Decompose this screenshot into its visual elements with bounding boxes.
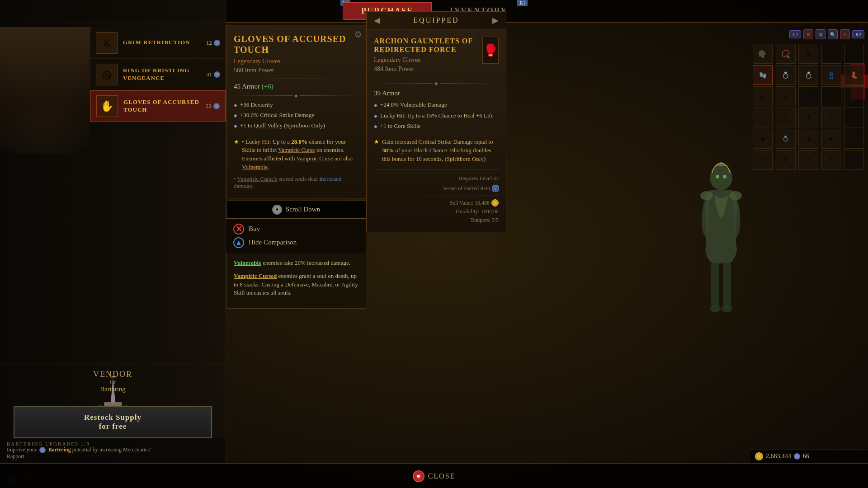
equip-slot[interactable]: ◆ bbox=[821, 129, 841, 149]
ring-icon: ◎ bbox=[102, 68, 112, 81]
equipped-item-type: Legendary Gloves bbox=[374, 56, 482, 64]
flavor-text: • Vampiric Curse's stored souls deal inc… bbox=[234, 175, 359, 190]
equip-slot[interactable] bbox=[844, 44, 864, 64]
equip-slot[interactable] bbox=[798, 86, 818, 106]
gloves-icon: ✋ bbox=[100, 100, 114, 113]
equip-slot[interactable]: 📿 bbox=[776, 44, 796, 64]
svg-marker-0 bbox=[111, 377, 115, 404]
equip-slot[interactable]: 👢 bbox=[844, 65, 864, 85]
scroll-down-label: Scroll Down bbox=[286, 206, 320, 213]
equip-slot[interactable]: ⚙ bbox=[798, 44, 818, 64]
hide-comparison-action[interactable]: ▲ Hide Comparison bbox=[233, 237, 359, 248]
close-label: Close bbox=[428, 472, 456, 480]
shard-amount: 66 bbox=[803, 453, 809, 460]
equip-slot[interactable]: ✦ bbox=[753, 108, 773, 127]
equip-slot[interactable] bbox=[844, 150, 864, 170]
equipped-vessel-info: Vessel of Hatred Item V bbox=[374, 184, 499, 193]
durability-text: Durability: 100/100 bbox=[374, 207, 499, 216]
bartering-icon bbox=[39, 447, 46, 453]
equipped-star-icon: ★ bbox=[374, 138, 379, 146]
purchase-item-power: 560 Item Power bbox=[234, 67, 359, 74]
equipped-nav-right[interactable]: ▶ bbox=[492, 15, 499, 25]
vampiric-tooltip: Vampiric Cursed enemies grant a soul on … bbox=[234, 272, 359, 298]
item-name-grim: GRIM RETRIBUTION bbox=[123, 39, 201, 47]
restock-supply-button[interactable]: Restock Supplyfor free bbox=[14, 406, 212, 438]
close-button[interactable]: ● Close bbox=[413, 470, 456, 482]
hk-gear-icon: ⚙ bbox=[816, 29, 826, 39]
bartering-upgrades: BARTERING UPGRADES 1/8 Improve your Bart… bbox=[0, 438, 226, 463]
equip-slot[interactable]: ⚙ bbox=[776, 150, 796, 170]
item-cost-ring: 31 bbox=[206, 71, 220, 78]
buy-action[interactable]: ✕ Buy bbox=[233, 224, 359, 235]
armor-bonus: (+6) bbox=[262, 83, 274, 90]
hk-x2-icon: ✕ bbox=[840, 29, 850, 39]
equip-slot[interactable]: ⚙ bbox=[798, 150, 818, 170]
vulnerable-tooltip: Vulnerable enemies take 20% increased da… bbox=[234, 259, 359, 267]
vessel-icon: V bbox=[492, 185, 499, 192]
grim-retribution-icon: ⚔ bbox=[102, 37, 112, 49]
equipped-requires-level: Requires Level 43 bbox=[374, 174, 499, 183]
equipped-item-card: ARCHON GAUNTLETS OF REDIRECTED FORCE Leg… bbox=[366, 29, 506, 232]
equip-slot[interactable]: ⚙ bbox=[753, 150, 773, 170]
list-item[interactable]: ⚔ GRIM RETRIBUTION 12 bbox=[90, 27, 226, 59]
equip-slot[interactable]: ✦ bbox=[776, 108, 796, 127]
equip-slot[interactable] bbox=[844, 108, 864, 127]
hide-comparison-label: Hide Comparison bbox=[249, 239, 297, 246]
item-list: ⚔ GRIM RETRIBUTION 12 ◎ RING OF BRISTLIN… bbox=[90, 27, 226, 334]
circle-button-icon: ● bbox=[272, 205, 282, 215]
equip-slot[interactable]: ⚔ bbox=[776, 86, 796, 106]
buy-label: Buy bbox=[249, 225, 260, 233]
bartering-description: Improve your Bartering potential by incr… bbox=[7, 446, 219, 460]
item-detail-card: ⚙ GLOVES OF ACCURSED TOUCH Legendary Glo… bbox=[226, 25, 366, 198]
item-icon-ring: ◎ bbox=[96, 64, 118, 85]
action-buttons: ✕ Buy ▲ Hide Comparison bbox=[226, 219, 366, 253]
item-cost-grim: 12 bbox=[206, 39, 220, 47]
equipped-stat-divider bbox=[374, 134, 499, 134]
hk-x-icon: ✕ bbox=[803, 29, 813, 39]
equipped-title: EQUIPPED bbox=[413, 16, 459, 24]
vessel-label: Vessel of Hatred Item bbox=[443, 184, 490, 193]
equipped-nav-left[interactable]: ◀ bbox=[374, 15, 380, 25]
equipped-panel: ◀ EQUIPPED ▶ ARCHON GAUNTLETS OF REDIREC… bbox=[366, 11, 506, 232]
quill-volley-link: Quill Volley bbox=[254, 122, 282, 129]
portrait-silhouette bbox=[0, 27, 90, 154]
equip-slot[interactable] bbox=[821, 44, 841, 64]
equip-slot[interactable]: 💍 bbox=[798, 65, 818, 85]
equip-slot[interactable]: ◆ bbox=[798, 129, 818, 149]
diamond-divider: ◆ bbox=[234, 93, 359, 98]
vendor-portrait bbox=[0, 27, 90, 154]
sell-value-row: Sell Value: 10,488 bbox=[374, 199, 499, 207]
equip-slot[interactable]: ◎ bbox=[753, 86, 773, 106]
bottom-bar: ● Close bbox=[0, 463, 868, 488]
gold-amount: 2,683,444 bbox=[766, 453, 791, 460]
equipped-item-icon: 🥊 bbox=[482, 37, 499, 64]
list-item-selected[interactable]: ✋ GLOVES OF ACCURSED TOUCH 22 bbox=[90, 90, 226, 122]
equip-slot[interactable]: 💍 bbox=[776, 65, 796, 85]
equipped-stat-core: ◆ +1 to Core Skills bbox=[374, 122, 499, 130]
equip-slot[interactable]: 🪖 bbox=[753, 44, 773, 64]
equip-slot[interactable]: ⚔ bbox=[821, 108, 841, 127]
equip-slot[interactable] bbox=[821, 86, 841, 106]
equipped-header: ◀ EQUIPPED ▶ bbox=[366, 11, 506, 29]
equip-slot[interactable]: 🗡 bbox=[798, 108, 818, 127]
soul-icon bbox=[214, 40, 220, 46]
sell-value-text: Sell Value: 10,488 bbox=[450, 199, 490, 207]
shard-icon bbox=[794, 453, 800, 460]
stat-dexterity: ◆ +36 Dexterity bbox=[234, 101, 359, 109]
scroll-down-indicator[interactable]: ● Scroll Down bbox=[226, 201, 366, 219]
equipped-armor-stat: 39 Armor bbox=[374, 89, 499, 97]
equip-slot[interactable]: ◆ bbox=[753, 129, 773, 149]
equip-slot[interactable]: 🧤 bbox=[753, 65, 773, 85]
footer-divider bbox=[374, 196, 499, 196]
gauntlet-icon: 🥊 bbox=[483, 43, 498, 57]
r2-badge: R2 bbox=[852, 30, 864, 38]
item-decoration-icon: ⚙ bbox=[354, 29, 362, 40]
equip-slot[interactable]: 🗡 bbox=[821, 150, 841, 170]
vulnerable-term: Vulnerable bbox=[234, 259, 261, 266]
equip-slot[interactable]: 💍 bbox=[776, 129, 796, 149]
equip-slot[interactable]: 👖 bbox=[821, 65, 841, 85]
list-item[interactable]: ◎ RING OF BRISTLING VENGEANCE 31 bbox=[90, 59, 226, 90]
equip-slot[interactable] bbox=[844, 86, 864, 106]
equip-slot[interactable] bbox=[844, 129, 864, 149]
equipped-stat-vulnerable: ◆ +24.0% Vulnerable Damage bbox=[374, 101, 499, 109]
